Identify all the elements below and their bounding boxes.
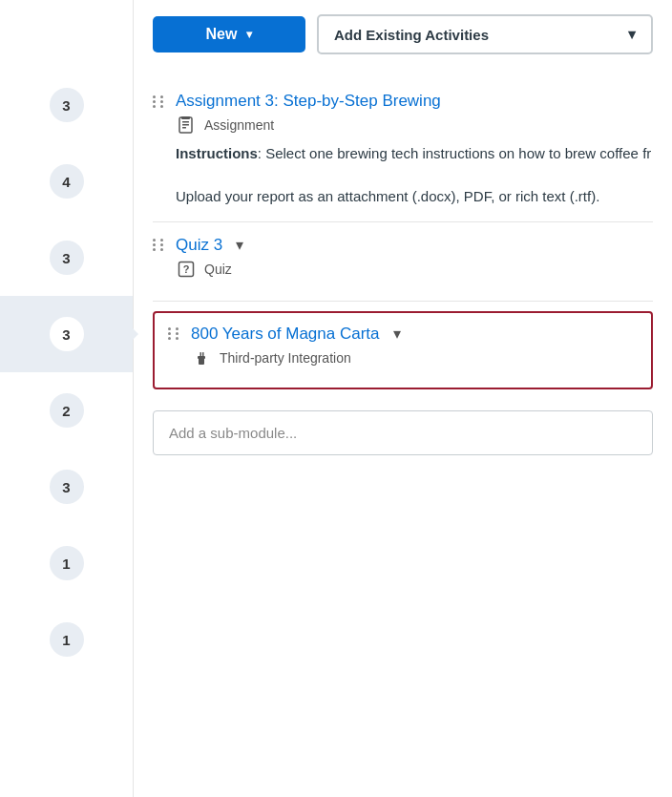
sidebar-item-0[interactable]: 3 (0, 67, 133, 143)
sidebar-item-6[interactable]: 1 (0, 525, 133, 601)
sidebar-item-5[interactable]: 3 (0, 449, 133, 525)
main-content: New ▾ Add Existing Activities ▾ (134, 0, 672, 797)
activity-type-row-magna-carta: Third-party Integration (168, 347, 638, 368)
assignment-instructions: Instructions: Select one brewing tech in… (176, 143, 653, 165)
svg-rect-4 (181, 116, 190, 119)
add-existing-chevron-icon: ▾ (628, 26, 636, 43)
sidebar-item-4[interactable]: 2 (0, 372, 133, 449)
svg-rect-1 (182, 121, 189, 123)
sidebar-badge-2: 3 (50, 241, 84, 275)
sidebar-item-3[interactable]: 3 (0, 296, 133, 372)
sidebar-item-7[interactable]: 1 (0, 601, 133, 678)
assignment-upload: Upload your report as an attachment (.do… (176, 186, 653, 208)
svg-rect-7 (199, 358, 204, 365)
svg-rect-8 (200, 352, 202, 356)
drag-dots-quiz3 (153, 239, 166, 251)
toolbar: New ▾ Add Existing Activities ▾ (134, 0, 672, 69)
magna-carta-chevron-icon[interactable]: ▾ (393, 325, 401, 343)
sidebar-badge-5: 3 (50, 470, 84, 504)
activity-header-assignment3: Assignment 3: Step-by-Step Brewing (153, 92, 653, 111)
activity-header-quiz3: Quiz 3 ▾ (153, 236, 653, 255)
add-existing-label: Add Existing Activities (334, 27, 489, 43)
add-sub-module-button[interactable]: Add a sub-module... (153, 410, 653, 455)
sidebar-badge-7: 1 (50, 622, 84, 657)
drag-handle-quiz3[interactable] (153, 239, 166, 251)
svg-rect-2 (182, 124, 189, 126)
sidebar-badge-6: 1 (50, 546, 84, 580)
activity-title-assignment3[interactable]: Assignment 3: Step-by-Step Brewing (176, 92, 441, 111)
sidebar-badge-1: 4 (50, 164, 84, 199)
svg-rect-3 (182, 127, 186, 129)
drag-handle-assignment3[interactable] (153, 95, 166, 108)
quiz-type-label: Quiz (204, 262, 232, 277)
quiz3-chevron-icon[interactable]: ▾ (236, 236, 243, 254)
new-button[interactable]: New ▾ (153, 16, 305, 52)
add-sub-module-label: Add a sub-module... (169, 425, 297, 441)
activity-type-row-quiz3: ? Quiz (153, 259, 653, 280)
drag-dots-assignment3 (153, 95, 166, 108)
add-existing-button[interactable]: Add Existing Activities ▾ (317, 14, 653, 54)
activity-item-magna-carta: 800 Years of Magna Carta ▾ Third-party (153, 311, 653, 389)
quiz-icon: ? (176, 259, 197, 280)
activity-title-quiz3[interactable]: Quiz 3 (176, 236, 222, 255)
svg-text:?: ? (183, 263, 190, 275)
svg-rect-10 (198, 356, 205, 359)
drag-dots-magna-carta (168, 327, 181, 340)
assignment-type-label: Assignment (204, 117, 274, 133)
drag-handle-magna-carta[interactable] (168, 327, 181, 340)
activity-item-quiz3: Quiz 3 ▾ ? Quiz (153, 222, 653, 302)
content-area: Assignment 3: Step-by-Step Brewing Assig… (134, 69, 672, 474)
activity-item-assignment3: Assignment 3: Step-by-Step Brewing Assig… (153, 78, 653, 222)
sidebar: 3 4 3 3 2 3 1 1 (0, 0, 134, 797)
new-button-label: New (206, 26, 238, 43)
activity-type-row-assignment3: Assignment (153, 115, 653, 136)
activity-body-assignment3: Instructions: Select one brewing tech in… (153, 143, 653, 208)
sidebar-badge-4: 2 (50, 393, 84, 428)
activity-title-magna-carta[interactable]: 800 Years of Magna Carta (191, 325, 380, 344)
new-chevron-icon: ▾ (246, 28, 252, 41)
integration-icon (191, 347, 212, 368)
app-layout: 3 4 3 3 2 3 1 1 New ▾ (0, 0, 672, 797)
sidebar-item-1[interactable]: 4 (0, 143, 133, 220)
sidebar-badge-3: 3 (50, 317, 84, 351)
sidebar-item-2[interactable]: 3 (0, 220, 133, 296)
activity-header-magna-carta: 800 Years of Magna Carta ▾ (168, 325, 638, 344)
svg-rect-9 (202, 352, 204, 356)
assignment-icon (176, 115, 197, 136)
sidebar-badge-0: 3 (50, 88, 84, 122)
integration-type-label: Third-party Integration (220, 350, 351, 366)
